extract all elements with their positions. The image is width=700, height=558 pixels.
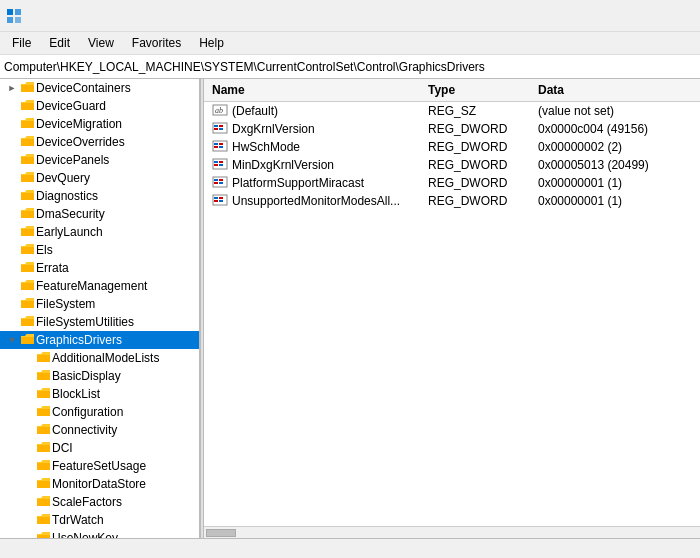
menu-item-favorites[interactable]: Favorites <box>124 34 189 52</box>
title-bar-left <box>6 8 28 24</box>
tree-item[interactable]: EarlyLaunch <box>0 223 199 241</box>
tree-item[interactable]: DevQuery <box>0 169 199 187</box>
registry-value-icon <box>212 157 228 174</box>
maximize-button[interactable] <box>602 2 648 30</box>
svg-text:ab: ab <box>215 106 223 115</box>
title-bar <box>0 0 700 32</box>
data-header: Name Type Data <box>204 79 700 102</box>
registry-value-name: HwSchMode <box>232 140 300 154</box>
tree-item-label: Diagnostics <box>36 189 98 203</box>
folder-icon <box>36 404 52 421</box>
data-cell-name: HwSchMode <box>204 138 424 157</box>
data-row[interactable]: MinDxgKrnlVersionREG_DWORD0x00005013 (20… <box>204 156 700 174</box>
data-cell-name: DxgKrnlVersion <box>204 120 424 139</box>
tree-item[interactable]: DmaSecurity <box>0 205 199 223</box>
data-cell-value: 0x00000001 (1) <box>534 193 700 209</box>
folder-icon <box>36 422 52 439</box>
minimize-button[interactable] <box>556 2 602 30</box>
folder-icon <box>20 260 36 277</box>
data-cell-value: (value not set) <box>534 103 700 119</box>
tree-item[interactable]: DevicePanels <box>0 151 199 169</box>
tree-toggle-icon: ► <box>4 80 20 96</box>
data-row[interactable]: HwSchModeREG_DWORD0x00000002 (2) <box>204 138 700 156</box>
tree-item-label: DeviceMigration <box>36 117 122 131</box>
tree-item[interactable]: UseNewKey <box>0 529 199 538</box>
tree-item[interactable]: DCI <box>0 439 199 457</box>
tree-item[interactable]: FeatureSetUsage <box>0 457 199 475</box>
tree-toggle-icon <box>4 134 20 150</box>
tree-item[interactable]: Diagnostics <box>0 187 199 205</box>
registry-value-icon <box>212 139 228 156</box>
menu-item-file[interactable]: File <box>4 34 39 52</box>
tree-toggle-icon <box>4 98 20 114</box>
tree-item[interactable]: BlockList <box>0 385 199 403</box>
svg-rect-13 <box>219 143 223 145</box>
app-icon <box>6 8 22 24</box>
folder-icon <box>20 314 36 331</box>
tree-item-label: Els <box>36 243 53 257</box>
folder-icon <box>20 224 36 241</box>
folder-icon <box>20 242 36 259</box>
address-input[interactable] <box>4 60 696 74</box>
tree-item[interactable]: MonitorDataStore <box>0 475 199 493</box>
svg-rect-15 <box>219 146 223 148</box>
title-controls <box>556 2 694 30</box>
svg-rect-9 <box>214 128 218 130</box>
menu-item-help[interactable]: Help <box>191 34 232 52</box>
svg-rect-20 <box>219 164 223 166</box>
registry-value-name: (Default) <box>232 104 278 118</box>
tree-item-label: DeviceContainers <box>36 81 131 95</box>
tree-item[interactable]: ► DeviceContainers <box>0 79 199 97</box>
folder-icon <box>20 98 36 115</box>
menu-item-edit[interactable]: Edit <box>41 34 78 52</box>
data-row[interactable]: UnsupportedMonitorModesAll...REG_DWORD0x… <box>204 192 700 210</box>
data-rows: ab (Default)REG_SZ(value not set) DxgKrn… <box>204 102 700 526</box>
close-button[interactable] <box>648 2 694 30</box>
address-bar <box>0 55 700 79</box>
tree-item[interactable]: Configuration <box>0 403 199 421</box>
tree-item[interactable]: AdditionalModeLists <box>0 349 199 367</box>
data-cell-name: UnsupportedMonitorModesAll... <box>204 192 424 211</box>
folder-icon <box>36 458 52 475</box>
data-cell-value: 0x0000c004 (49156) <box>534 121 700 137</box>
tree-item[interactable]: ScaleFactors <box>0 493 199 511</box>
registry-value-name: MinDxgKrnlVersion <box>232 158 334 172</box>
tree-item[interactable]: FeatureManagement <box>0 277 199 295</box>
main-content: ► DeviceContainers DeviceGuard DeviceMig… <box>0 79 700 538</box>
folder-icon <box>36 440 52 457</box>
folder-icon <box>20 278 36 295</box>
tree-item[interactable]: DeviceGuard <box>0 97 199 115</box>
registry-value-icon: ab <box>212 103 228 120</box>
tree-item[interactable]: Connectivity <box>0 421 199 439</box>
tree-item[interactable]: TdrWatch <box>0 511 199 529</box>
data-row[interactable]: PlatformSupportMiracastREG_DWORD0x000000… <box>204 174 700 192</box>
folder-icon <box>20 296 36 313</box>
tree-item[interactable]: FileSystemUtilities <box>0 313 199 331</box>
svg-rect-24 <box>214 182 218 184</box>
tree-item[interactable]: Errata <box>0 259 199 277</box>
tree-toggle-icon <box>4 296 20 312</box>
registry-value-name: DxgKrnlVersion <box>232 122 315 136</box>
tree-item[interactable]: DeviceOverrides <box>0 133 199 151</box>
tree-item-label: DeviceOverrides <box>36 135 125 149</box>
menu-item-view[interactable]: View <box>80 34 122 52</box>
tree-item[interactable]: DeviceMigration <box>0 115 199 133</box>
tree-toggle-icon <box>20 476 36 492</box>
tree-toggle-icon <box>4 170 20 186</box>
tree-item-label: FileSystemUtilities <box>36 315 134 329</box>
tree-item-label: Configuration <box>52 405 123 419</box>
tree-toggle-icon <box>4 242 20 258</box>
data-row[interactable]: ab (Default)REG_SZ(value not set) <box>204 102 700 120</box>
registry-value-name: UnsupportedMonitorModesAll... <box>232 194 400 208</box>
tree-item-label: GraphicsDrivers <box>36 333 122 347</box>
tree-item[interactable]: BasicDisplay <box>0 367 199 385</box>
tree-toggle-icon <box>20 440 36 456</box>
tree-item[interactable]: ▼ GraphicsDrivers <box>0 331 199 349</box>
tree-item[interactable]: FileSystem <box>0 295 199 313</box>
registry-value-name: PlatformSupportMiracast <box>232 176 364 190</box>
col-name-header: Name <box>204 81 424 99</box>
tree-item[interactable]: Els <box>0 241 199 259</box>
data-row[interactable]: DxgKrnlVersionREG_DWORD0x0000c004 (49156… <box>204 120 700 138</box>
tree-toggle-icon <box>4 224 20 240</box>
folder-icon <box>36 512 52 529</box>
